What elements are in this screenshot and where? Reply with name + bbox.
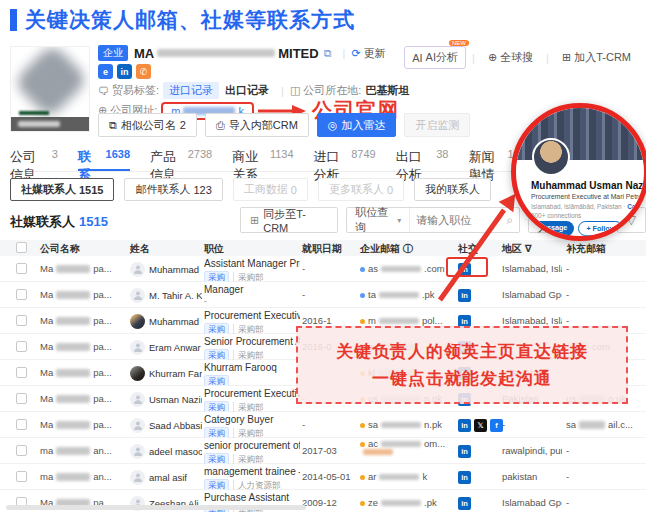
- copy-icon[interactable]: ⧉: [324, 47, 332, 60]
- row-checkbox[interactable]: [16, 367, 27, 378]
- row-checkbox[interactable]: [16, 341, 27, 352]
- tab-count: 38: [436, 148, 448, 160]
- company-pre: ma: [40, 471, 53, 482]
- extra-pre: sa: [566, 419, 576, 430]
- top-action-label: 加入T-CRM: [574, 50, 631, 65]
- cell-contact-name: Khurram Farooq: [130, 360, 202, 386]
- column-header-地区: 地区 ∇: [502, 242, 532, 256]
- cell-position: senior procurement officer采购采购部: [204, 440, 300, 466]
- top-action-AI分析[interactable]: AIAI分析NEW: [404, 46, 466, 69]
- job-search-input[interactable]: [410, 214, 506, 226]
- phone-icon[interactable]: ✆: [136, 64, 151, 79]
- subtab-工商数据: 工商数据0: [233, 178, 308, 201]
- annotation-line2: 一键点击就能发起沟通: [372, 367, 552, 390]
- subtab-count: 0: [387, 184, 393, 196]
- action-button-相似公司名[interactable]: ⧉相似公司名2: [98, 113, 197, 137]
- cell-extra-email: -: [566, 256, 644, 282]
- tab-商业关系[interactable]: 商业关系1134: [232, 148, 293, 171]
- x-icon[interactable]: 𝕏: [474, 419, 487, 432]
- row-checkbox[interactable]: [16, 289, 27, 300]
- sync-tcrm-button[interactable]: ⊞同步至T-CRM: [240, 207, 338, 233]
- cell-company-name: Mapa...: [40, 282, 126, 308]
- job-title-dropdown[interactable]: 职位查询▾: [347, 208, 410, 232]
- cell-social: in: [458, 464, 471, 490]
- linkedin-icon[interactable]: in: [458, 445, 471, 458]
- update-label[interactable]: 更新: [364, 46, 386, 61]
- select-all-checkbox[interactable]: [16, 242, 27, 253]
- tab-联系人[interactable]: 联系人1638: [78, 148, 130, 171]
- cell-company-name: Mapa...: [40, 386, 126, 412]
- subtab-社媒联系人[interactable]: 社媒联系人1515: [10, 178, 114, 201]
- company-action-buttons: ⧉相似公司名2⎙导入内部CRM◎加入雷达开启监测: [98, 113, 470, 137]
- linkedin-icon[interactable]: in: [458, 419, 471, 432]
- row-checkbox[interactable]: [16, 315, 27, 326]
- email-post: n.pk: [424, 419, 442, 430]
- row-checkbox[interactable]: [16, 445, 27, 456]
- linkedin-icon[interactable]: in: [458, 471, 471, 484]
- column-header-公司名称: 公司名称: [40, 242, 80, 256]
- table-row: Mapa...Muhammad M...Assistant Manager Pr…: [0, 256, 646, 282]
- company-blur: [56, 369, 90, 377]
- search-icon[interactable]: ⌕: [506, 213, 519, 227]
- cell-region: pakistan: [502, 464, 562, 490]
- cell-extra-email: -: [566, 282, 644, 308]
- horizontal-scrollbar[interactable]: [6, 505, 306, 510]
- company-blur: [56, 447, 90, 455]
- export-record-tag[interactable]: 出口记录: [225, 83, 269, 98]
- cell-region: Islamabad, Islā...: [502, 256, 562, 282]
- top-action-全球搜[interactable]: ⊕全球搜: [481, 47, 540, 68]
- refresh-icon[interactable]: ⟳: [351, 47, 360, 60]
- avatar: [130, 418, 145, 433]
- subtab-我的联系人[interactable]: 我的联系人: [414, 178, 491, 201]
- row-checkbox[interactable]: [16, 263, 27, 274]
- row-checkbox[interactable]: [16, 419, 27, 430]
- button-label: 加入雷达: [341, 118, 385, 133]
- linkedin-icon[interactable]: in: [458, 497, 471, 510]
- table-row: Mapa...M. Tahir A. KhanManager--ta.pkinI…: [0, 282, 646, 308]
- company-post: pa...: [93, 289, 112, 300]
- cell-position: Procurement Executive采购采购部: [204, 310, 300, 336]
- company-name-row: 企业 MA MITED ⧉ | ⟳ 更新: [98, 45, 386, 61]
- action-button-导入内部CRM[interactable]: ⎙导入内部CRM: [205, 113, 309, 137]
- company-name-pre: MA: [134, 46, 154, 61]
- row-checkbox[interactable]: [16, 471, 27, 482]
- action-button-开启监测: 开启监测: [404, 113, 470, 137]
- email-pre: as: [368, 263, 378, 274]
- company-pre: Ma: [40, 289, 53, 300]
- location-value: 巴基斯坦: [365, 83, 409, 98]
- subtab-count: 1515: [79, 184, 103, 196]
- tab-产品信息[interactable]: 产品信息2738: [150, 148, 212, 171]
- cell-contact-name: Saad Abbasi, ...: [130, 412, 202, 438]
- cell-start-date: -: [302, 282, 356, 308]
- table-header: 公司名称姓名职位就职日期企业邮箱 ⓘ社交地区 ∇补充邮箱: [0, 240, 646, 256]
- company-post: pa...: [93, 263, 112, 274]
- position-title: Khurram Farooq: [204, 362, 300, 374]
- linkedin-icon[interactable]: in: [458, 289, 471, 302]
- row-checkbox[interactable]: [16, 393, 27, 404]
- company-name-blur: [157, 49, 275, 57]
- chevron-down-icon: ▾: [397, 216, 401, 225]
- email-line: ark: [360, 471, 427, 482]
- job-search-combo: 职位查询▾ ⌕: [346, 207, 520, 233]
- cell-extra-email: -: [566, 438, 644, 464]
- tab-出口分析[interactable]: 出口分析38: [396, 148, 449, 171]
- linkedin-profile-inset: Muhammad Usman Nazir ◉ Procurement Execu…: [511, 103, 646, 241]
- position-title: management trainee – procurem...: [204, 466, 300, 478]
- avatar: [130, 288, 145, 303]
- tab-count: 2738: [188, 148, 212, 160]
- tab-进口分析[interactable]: 进口分析8749: [314, 148, 376, 171]
- tab-公司信息[interactable]: 公司信息3: [10, 148, 58, 171]
- linkedin-icon[interactable]: in: [117, 64, 132, 79]
- annotation-callout: 关键负责人的领英主页直达链接 一键点击就能发起沟通: [296, 326, 628, 404]
- top-action-加入T-CRM[interactable]: ⊞加入T-CRM: [555, 47, 638, 68]
- trade-label: 贸易标签:: [112, 83, 159, 98]
- subtab-邮件联系人[interactable]: 邮件联系人123: [124, 178, 222, 201]
- action-button-加入雷达[interactable]: ◎加入雷达: [317, 113, 397, 137]
- contact-name-text: Khurram Farooq: [149, 368, 202, 379]
- profile-connections: 500+ connections: [531, 212, 581, 219]
- email-post: om...: [424, 438, 445, 449]
- website-icon[interactable]: e: [98, 64, 113, 79]
- email-status-dot: [360, 293, 365, 298]
- button-count: 2: [180, 119, 186, 131]
- cell-position: Manager-: [204, 284, 300, 307]
